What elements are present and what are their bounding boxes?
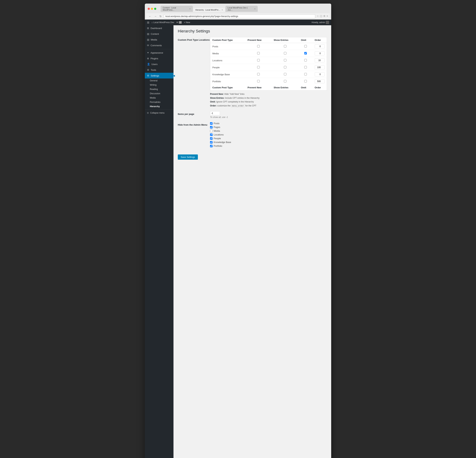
content-icon: ▤ (147, 33, 149, 35)
legend-text: Prevent New: Hide "Add New" links Show E… (210, 92, 327, 108)
plugins-icon: ⊕ (147, 57, 149, 60)
order-input[interactable] (315, 51, 324, 55)
save-settings-button[interactable]: Save Settings (178, 154, 198, 160)
comment-count: 0 (179, 21, 182, 24)
hide-menu-checkbox[interactable] (210, 130, 212, 132)
sidebar-item-users[interactable]: 👤 Users (145, 61, 173, 67)
omit-checkbox[interactable] (304, 52, 307, 54)
hide-menu-checkbox[interactable] (210, 145, 212, 147)
tab-close-icon[interactable]: ✕ (221, 9, 223, 11)
show-entries-checkbox[interactable] (284, 45, 286, 48)
tab-content[interactable]: Content · Local WordPress… ✕ (161, 6, 193, 12)
sidebar-sub-reading[interactable]: Reading (145, 87, 173, 91)
sidebar-item-plugins[interactable]: ⊕ Plugins (145, 56, 173, 61)
sidebar-item-appearance[interactable]: ✦ Appearance (145, 50, 173, 56)
omit-checkbox[interactable] (304, 59, 307, 61)
sidebar-sub-hierarchy[interactable]: Hierarchy (145, 104, 173, 109)
legend-omit-desc: Ignore CPT completely in the Hierarchy (216, 101, 254, 103)
collapse-menu[interactable]: ⊙ Collapse menu (145, 110, 173, 116)
hide-menu-item-label: Locations (214, 133, 224, 136)
omit-cell (299, 43, 313, 50)
prevent-new-cell (245, 43, 272, 50)
sub-label: Hierarchy (150, 105, 160, 108)
wp-admin-bar: ⊞ ⌂ Local WordPress Dev ✉ 0 + New Howdy,… (145, 19, 331, 25)
sidebar-sub-writing[interactable]: Writing (145, 83, 173, 87)
cpt-locations-section: Custom Post Type Locations Custom Post T… (178, 37, 327, 108)
omit-checkbox[interactable] (304, 73, 307, 76)
refresh-button[interactable]: ↻ (159, 15, 162, 18)
window-controls[interactable] (148, 8, 156, 10)
sidebar: ⊞ Dashboard ▤ Content ▤ Media ✉ Comments (145, 25, 173, 458)
order-input[interactable] (315, 72, 324, 76)
show-entries-checkbox[interactable] (284, 73, 286, 76)
close-button[interactable] (148, 8, 150, 10)
legend-order-desc: customize the (217, 104, 230, 107)
hide-menu-checkbox[interactable] (210, 126, 212, 128)
show-entries-checkbox[interactable] (284, 59, 286, 61)
order-input[interactable] (315, 59, 324, 62)
minimize-button[interactable] (151, 8, 153, 10)
cpt-name-cell: Portfolio (210, 78, 246, 85)
dashboard-icon: ⊞ (147, 27, 149, 30)
omit-checkbox[interactable] (304, 45, 307, 48)
comments-link[interactable]: ✉ 0 (176, 21, 182, 24)
prevent-new-checkbox[interactable] (257, 66, 260, 68)
sidebar-item-dashboard[interactable]: ⊞ Dashboard (145, 25, 173, 31)
settings-icon[interactable]: ⚙ (323, 15, 325, 18)
prevent-new-checkbox[interactable] (257, 52, 260, 54)
tab-hierarchy[interactable]: Hierarchy · Local WordPre… ✕ (193, 8, 225, 12)
cpt-name-cell: Knowledge Base (210, 71, 246, 78)
show-entries-checkbox[interactable] (284, 66, 286, 68)
show-entries-cell (272, 57, 299, 64)
sidebar-item-tools[interactable]: ⚙ Tools (145, 67, 173, 73)
back-button[interactable]: ← (148, 15, 152, 18)
hide-menu-checkbox[interactable] (210, 137, 212, 140)
menu-icon[interactable]: ≡ (327, 15, 328, 18)
wp-logo-icon[interactable]: ⊞ (147, 21, 149, 24)
prevent-new-checkbox[interactable] (257, 45, 260, 48)
forward-button[interactable]: → (153, 15, 157, 18)
sidebar-sub-media[interactable]: Media (145, 96, 173, 100)
sidebar-sub-general[interactable]: General (145, 78, 173, 83)
maximize-button[interactable] (154, 8, 156, 10)
sidebar-sub-discussion[interactable]: Discussion (145, 91, 173, 96)
star-icon[interactable]: ☆ (317, 15, 319, 18)
legend-order-desc2: for the CPT (245, 104, 256, 107)
col-header-cpt: Custom Post Type (210, 37, 246, 43)
order-input[interactable] (315, 79, 324, 83)
tab-close-icon[interactable]: ✕ (189, 8, 191, 10)
tab-local[interactable]: Local WordPress Dev | Jus… ✕ (225, 6, 258, 12)
avatar[interactable] (326, 21, 329, 24)
new-content-button[interactable]: + New (184, 21, 190, 24)
omit-cell (299, 78, 313, 85)
hide-menu-checkbox[interactable] (210, 141, 212, 144)
sidebar-item-settings[interactable]: ⚙ Settings ◀ (145, 73, 173, 78)
list-item: Posts (210, 122, 327, 125)
show-entries-checkbox[interactable] (284, 52, 286, 54)
sidebar-item-label: Media (151, 38, 157, 41)
info-icon[interactable]: ⓘ (320, 15, 322, 18)
site-name[interactable]: ⌂ Local WordPress Dev (152, 21, 174, 24)
hide-menu-checkbox[interactable] (210, 134, 212, 136)
sidebar-item-media[interactable]: ▤ Media (145, 37, 173, 42)
prevent-new-checkbox[interactable] (257, 59, 260, 61)
tab-close-icon[interactable]: ✕ (254, 8, 255, 10)
sidebar-item-content[interactable]: ▤ Content (145, 31, 173, 37)
legend-order-code: menu_order (231, 104, 245, 107)
items-per-page-content: To show all, use -1 (210, 111, 327, 119)
order-input[interactable] (315, 44, 324, 48)
omit-checkbox[interactable] (304, 66, 307, 68)
prevent-new-checkbox[interactable] (257, 73, 260, 76)
sidebar-sub-permalinks[interactable]: Permalinks (145, 100, 173, 104)
omit-checkbox[interactable] (304, 80, 307, 82)
hide-menu-item-label: Pages (214, 126, 220, 128)
hide-menu-checkbox[interactable] (210, 122, 212, 125)
comment-icon: ✉ (176, 21, 178, 24)
order-input[interactable] (315, 65, 324, 69)
address-bar[interactable] (164, 14, 315, 18)
show-entries-checkbox[interactable] (284, 80, 286, 82)
items-per-page-input[interactable] (210, 111, 220, 115)
sidebar-item-comments[interactable]: ✉ Comments (145, 42, 173, 48)
prevent-new-checkbox[interactable] (257, 80, 260, 82)
users-icon: 👤 (147, 63, 150, 66)
